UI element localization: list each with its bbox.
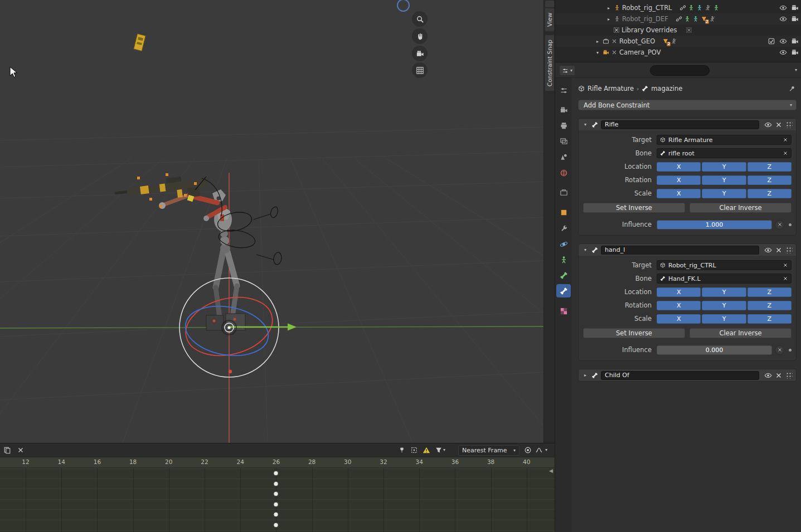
clear-inverse-button[interactable]: Clear Inverse: [690, 203, 792, 213]
tab-world[interactable]: [556, 166, 571, 179]
clear-x-icon[interactable]: [783, 150, 788, 156]
tab-scene[interactable]: [556, 150, 571, 163]
interpolation-curve-icon[interactable]: [535, 446, 543, 454]
tab-render[interactable]: [556, 103, 571, 116]
tab-view[interactable]: View: [545, 8, 555, 32]
tab-output[interactable]: [556, 119, 571, 132]
rotation-x-toggle[interactable]: X: [657, 301, 701, 310]
keyframe-dot[interactable]: [274, 471, 278, 475]
frame-label[interactable]: 34: [416, 458, 423, 465]
timeline-scroll-arrow-icon[interactable]: ◀: [549, 468, 553, 474]
animate-decorator[interactable]: [789, 349, 792, 352]
outliner-row-robot-rig-def[interactable]: ▸ Robot_rig_DEF 2: [555, 13, 801, 25]
disable-render-camera-icon[interactable]: [791, 15, 799, 23]
pose-icon[interactable]: [688, 4, 695, 11]
outliner-item-label[interactable]: Robot_rig_DEF: [622, 15, 668, 23]
rotation-y-toggle[interactable]: Y: [702, 175, 746, 185]
scale-y-toggle[interactable]: Y: [702, 314, 746, 324]
properties-search-input[interactable]: [650, 65, 710, 76]
location-y-toggle[interactable]: Y: [702, 287, 746, 297]
influence-slider[interactable]: 0.000: [657, 345, 772, 355]
excluded-icon[interactable]: [671, 38, 677, 45]
proportional-edit-icon[interactable]: [410, 446, 418, 454]
snap-mode-select[interactable]: Nearest Frame ▾: [458, 445, 520, 456]
mute-eye-icon[interactable]: [764, 121, 772, 129]
bone-field[interactable]: rifle root: [657, 148, 792, 158]
tab-bone-constraints[interactable]: [556, 284, 571, 297]
disable-render-camera-icon[interactable]: [791, 37, 799, 45]
location-z-toggle[interactable]: Z: [747, 162, 792, 172]
outliner-row-robot-geo[interactable]: ▸ Robot_GEO 2: [555, 36, 801, 47]
scale-x-toggle[interactable]: X: [657, 189, 701, 198]
sidebar-grip[interactable]: [545, 1, 554, 7]
outliner-row-camera-pov[interactable]: ▾ Camera_POV: [555, 47, 801, 58]
delete-x-icon[interactable]: [775, 121, 783, 129]
clear-x-icon[interactable]: [783, 262, 788, 268]
outliner-item-label[interactable]: Robot_GEO: [619, 37, 655, 45]
tab-bone[interactable]: [556, 269, 571, 282]
tab-constraint-snap[interactable]: Constraint Snap: [545, 35, 555, 91]
expand-arrow-icon[interactable]: ▸: [605, 17, 612, 22]
tab-physics[interactable]: [556, 237, 571, 251]
constraint-header[interactable]: ▾ Rifle: [579, 119, 796, 130]
rotation-y-toggle[interactable]: Y: [702, 301, 746, 310]
constraint-header[interactable]: ▾ hand_l: [579, 244, 796, 256]
rotation-z-toggle[interactable]: Z: [747, 301, 792, 310]
collapse-arrow-icon[interactable]: ▾: [594, 50, 601, 55]
pan-button[interactable]: [412, 28, 428, 44]
scale-z-toggle[interactable]: Z: [747, 314, 792, 324]
frame-label[interactable]: 26: [273, 458, 280, 465]
armature-data-icon[interactable]: [696, 4, 703, 11]
set-inverse-button[interactable]: Set Inverse: [583, 328, 685, 338]
exclude-checkbox-icon[interactable]: [768, 37, 775, 45]
frame-label[interactable]: 12: [22, 458, 29, 465]
outliner-item-label[interactable]: Robot_rig_CTRL: [622, 4, 672, 12]
delete-x-icon[interactable]: [775, 246, 783, 254]
constraint-header[interactable]: ▸ Child Of: [579, 369, 796, 381]
proxy-icon[interactable]: [705, 4, 711, 11]
animate-decorator[interactable]: [789, 223, 792, 226]
scale-x-toggle[interactable]: X: [657, 314, 701, 324]
pose-icon[interactable]: [684, 16, 691, 22]
tab-constraints[interactable]: [556, 222, 571, 235]
hide-viewport-eye-icon[interactable]: [779, 37, 787, 45]
pin-icon[interactable]: [789, 85, 795, 92]
disable-render-camera-icon[interactable]: [791, 4, 799, 12]
disable-render-camera-icon[interactable]: [791, 48, 799, 56]
drag-handle-icon[interactable]: [785, 372, 793, 379]
frame-label[interactable]: 16: [94, 458, 101, 465]
scale-y-toggle[interactable]: Y: [702, 189, 746, 198]
armature-data-icon[interactable]: [692, 16, 699, 22]
tab-object[interactable]: [556, 206, 571, 219]
breadcrumb-object[interactable]: Rifle Armature: [588, 85, 634, 92]
clear-x-icon[interactable]: [783, 137, 788, 143]
editor-type-icon[interactable]: [3, 446, 11, 454]
keyframe-dot[interactable]: [274, 513, 278, 516]
outliner-row-robot-rig-ctrl[interactable]: ▸ Robot_rig_CTRL: [555, 2, 801, 13]
location-z-toggle[interactable]: Z: [747, 287, 792, 297]
frame-label[interactable]: 22: [201, 458, 208, 465]
chevron-down-icon[interactable]: ▾: [545, 448, 547, 452]
outliner-item-label[interactable]: Library Overrides: [622, 26, 677, 34]
rotation-z-toggle[interactable]: Z: [747, 175, 792, 185]
clear-influence-button[interactable]: [775, 220, 784, 230]
target-field[interactable]: Robot_rig_CTRL: [657, 260, 792, 270]
scale-z-toggle[interactable]: Z: [747, 189, 792, 198]
tab-tool[interactable]: [556, 84, 571, 97]
hide-viewport-eye-icon[interactable]: [779, 48, 787, 56]
tab-collection[interactable]: [556, 186, 571, 199]
keyframe-dot[interactable]: [274, 482, 278, 486]
frame-label[interactable]: 32: [380, 458, 387, 465]
influence-slider[interactable]: 1.000: [657, 220, 772, 230]
collapse-arrow-icon[interactable]: ▾: [582, 122, 589, 127]
expand-arrow-icon[interactable]: ▸: [582, 373, 589, 378]
delete-x-icon[interactable]: [775, 372, 783, 379]
drag-handle-icon[interactable]: [785, 246, 793, 253]
frame-label[interactable]: 40: [523, 458, 530, 465]
keyframe-dot[interactable]: [274, 492, 278, 496]
options-chevron-icon[interactable]: ▾: [795, 68, 797, 72]
tab-texture[interactable]: [556, 304, 571, 318]
excluded-icon[interactable]: [709, 16, 716, 22]
tab-view-layer[interactable]: [556, 134, 571, 148]
outliner-row-library-overrides[interactable]: Library Overrides: [555, 25, 801, 36]
